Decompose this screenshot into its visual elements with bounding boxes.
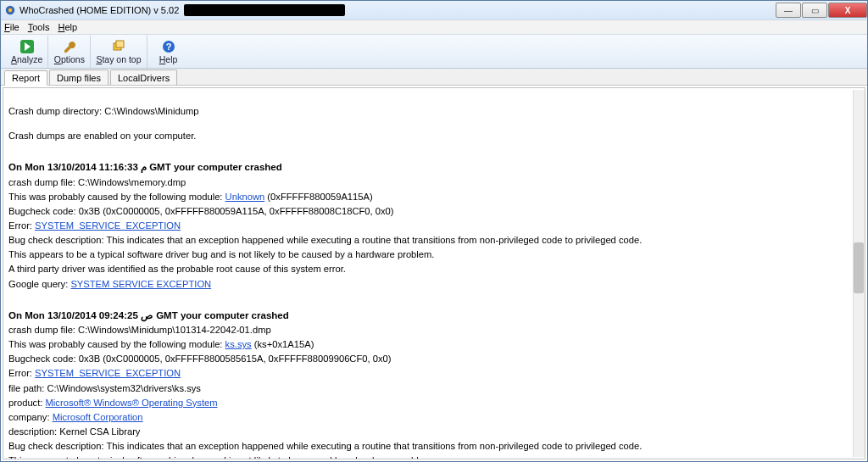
- help-label: elp: [165, 54, 177, 64]
- tab-report[interactable]: Report: [4, 70, 47, 86]
- toolbar: Analyze Options Stay on top ? Help: [1, 35, 867, 69]
- tabstrip: Report Dump files Local Drivers: [1, 69, 867, 86]
- redacted-area: [184, 4, 345, 16]
- crash1-error-link[interactable]: SYSTEM_SERVICE_EXCEPTION: [35, 220, 181, 231]
- crash1-third: A third party driver was identified as t…: [8, 263, 861, 276]
- crash1-dumpfile: C:\Windows\memory.dmp: [78, 177, 186, 187]
- menu-tools[interactable]: Tools: [28, 22, 50, 32]
- minimize-button[interactable]: —: [776, 3, 801, 18]
- analyze-button[interactable]: Analyze: [6, 36, 48, 68]
- crash1-header: On Mon 13/10/2014 11:16:33 م GMT your co…: [8, 161, 861, 175]
- crash1-appears: This appears to be a typical software dr…: [8, 248, 861, 261]
- crash2-dumpfile: C:\Windows\Minidump\101314-22042-01.dmp: [78, 325, 271, 335]
- stayontop-label: tay on top: [102, 54, 141, 64]
- window-buttons: — ▭ X: [775, 3, 867, 18]
- help-button[interactable]: ? Help: [147, 36, 190, 68]
- dumpdir-value: C:\Windows\Minidump: [104, 106, 198, 116]
- options-label: ptions: [61, 54, 85, 64]
- close-button[interactable]: X: [828, 3, 867, 18]
- svg-rect-4: [116, 41, 124, 47]
- windows-stack-icon: [111, 39, 126, 54]
- crash2-description: Kernel CSA Library: [59, 426, 140, 437]
- menu-help[interactable]: Help: [58, 22, 77, 32]
- arrow-right-icon: [19, 39, 35, 54]
- crash2-error-link[interactable]: SYSTEM_SERVICE_EXCEPTION: [35, 368, 181, 378]
- window-title: WhoCrashed (HOME EDITION) v 5.02: [19, 5, 179, 15]
- maximize-button[interactable]: ▭: [802, 3, 827, 18]
- svg-text:?: ?: [165, 42, 171, 52]
- dumps-enabled-text: Crash dumps are enabled on your computer…: [8, 130, 861, 142]
- crash2-filepath: C:\Windows\system32\drivers\ks.sys: [47, 383, 201, 393]
- scrollbar-track[interactable]: [853, 90, 865, 457]
- tab-localdrivers[interactable]: Local Drivers: [110, 70, 177, 85]
- menu-file[interactable]: File: [4, 22, 19, 32]
- app-window: WhoCrashed (HOME EDITION) v 5.02 — ▭ X F…: [0, 0, 868, 462]
- stayontop-button[interactable]: Stay on top: [91, 36, 147, 68]
- crash2-bugcheck: Bugcheck code: 0x3B (0xC0000005, 0xFFFFF…: [8, 353, 861, 365]
- options-button[interactable]: Options: [48, 36, 91, 68]
- crash2-product-link[interactable]: Microsoft® Windows® Operating System: [46, 398, 218, 408]
- crash1-bugcheck: Bugcheck code: 0x3B (0xC0000005, 0xFFFFF…: [8, 205, 861, 218]
- report-content[interactable]: Crash dump directory: C:\Windows\Minidum…: [3, 87, 865, 459]
- crash1-module-link[interactable]: Unknown: [225, 192, 265, 202]
- titlebar: WhoCrashed (HOME EDITION) v 5.02 — ▭ X: [1, 1, 867, 19]
- crash2-module-link[interactable]: ks.sys: [225, 339, 252, 349]
- crash2-company-link[interactable]: Microsoft Corporation: [53, 412, 143, 422]
- crash2-header: On Mon 13/10/2014 09:24:25 ص GMT your co…: [8, 309, 861, 323]
- tab-dumpfiles[interactable]: Dump files: [49, 70, 108, 85]
- app-icon: [4, 4, 16, 16]
- crash1-google-link[interactable]: SYSTEM SERVICE EXCEPTION: [70, 279, 211, 289]
- crash1-desc: Bug check description: This indicates th…: [8, 234, 861, 247]
- menubar: File Tools Help: [1, 19, 867, 35]
- analyze-label: nalyze: [17, 54, 42, 64]
- crash2-bugdesc: Bug check description: This indicates th…: [8, 440, 861, 453]
- scrollbar-thumb[interactable]: [854, 242, 864, 293]
- dumpdir-label: Crash dump directory:: [8, 106, 102, 116]
- help-icon: ?: [161, 39, 176, 54]
- wrench-icon: [62, 39, 77, 54]
- svg-point-1: [8, 8, 12, 12]
- crash2-appears: This appears to be a typical software dr…: [8, 454, 861, 459]
